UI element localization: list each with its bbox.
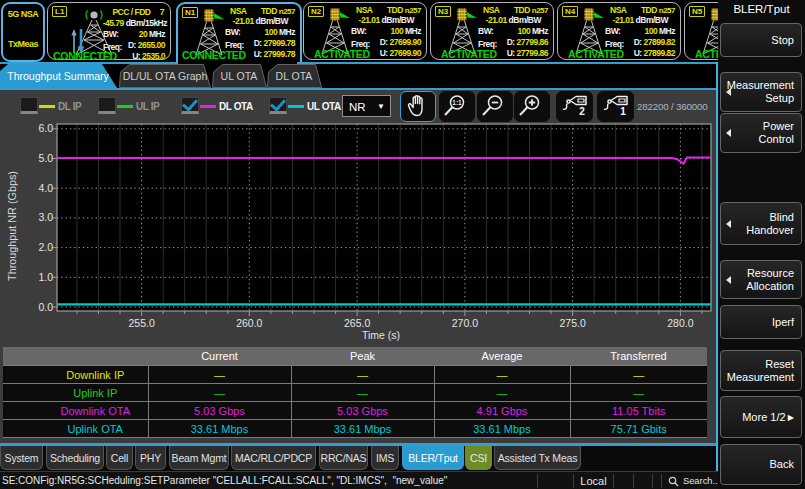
svg-text:UL OTA: UL OTA [221,70,258,82]
svg-text:275.0: 275.0 [559,317,585,329]
svg-text:265.0: 265.0 [344,317,370,329]
svg-text:6.0: 6.0 [38,122,53,134]
svg-text:1: 1 [620,106,626,117]
svg-text:3.0: 3.0 [38,211,53,223]
svg-text:255.0: 255.0 [128,317,154,329]
svg-text:1.0: 1.0 [38,271,53,283]
svg-text:4.0: 4.0 [38,182,53,194]
svg-text:0.0: 0.0 [38,301,53,313]
svg-text:1:1: 1:1 [452,99,462,106]
svg-text:270.0: 270.0 [452,317,478,329]
svg-text:Throughput Summary: Throughput Summary [7,70,109,82]
svg-text:2: 2 [579,106,585,117]
svg-text:260.0: 260.0 [236,317,262,329]
svg-text:DL/UL OTA Graph: DL/UL OTA Graph [123,70,208,82]
svg-text:280.0: 280.0 [667,317,693,329]
svg-text:5.0: 5.0 [38,152,53,164]
svg-text:2.0: 2.0 [38,241,53,253]
svg-text:Time (s): Time (s) [362,329,400,341]
svg-text:DL OTA: DL OTA [276,70,313,82]
svg-text:Throughput NR (Gbps): Throughput NR (Gbps) [6,171,18,281]
